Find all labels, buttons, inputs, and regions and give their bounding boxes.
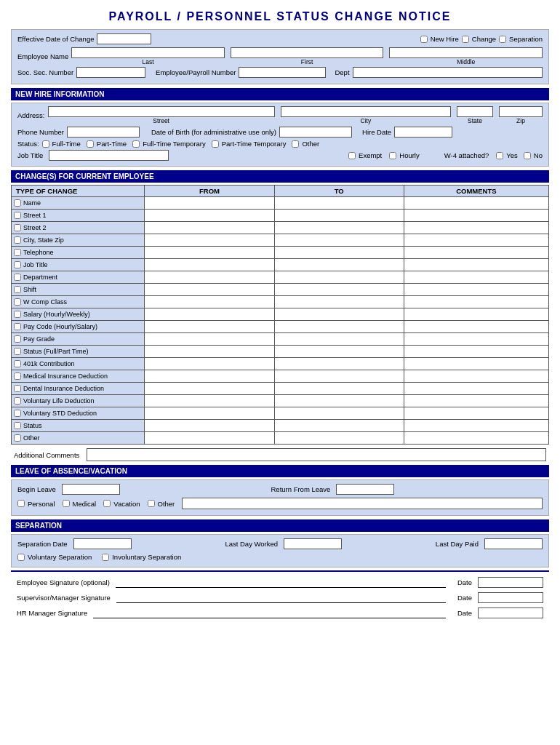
change-row-checkbox-3[interactable] (14, 236, 21, 244)
change-to-input-11[interactable] (277, 334, 401, 344)
change-row-checkbox-15[interactable] (14, 385, 21, 392)
change-comments-input-8[interactable] (407, 297, 546, 307)
change-from-input-17[interactable] (147, 408, 271, 418)
change-to-input-5[interactable] (277, 260, 401, 270)
change-to-input-13[interactable] (277, 359, 401, 369)
hr-date-input[interactable] (478, 607, 543, 618)
vacation-checkbox[interactable] (103, 500, 111, 507)
change-row-checkbox-10[interactable] (14, 323, 21, 330)
change-to-input-14[interactable] (277, 371, 401, 381)
separation-date-input[interactable] (73, 538, 132, 549)
last-day-worked-input[interactable] (284, 538, 342, 549)
zip-input[interactable] (499, 106, 543, 117)
change-from-input-16[interactable] (147, 396, 271, 406)
part-time-temp-checkbox[interactable] (212, 140, 219, 148)
change-comments-input-1[interactable] (407, 210, 546, 220)
leave-other-input[interactable] (182, 498, 543, 509)
change-from-input-9[interactable] (147, 309, 271, 319)
change-row-checkbox-6[interactable] (14, 274, 21, 281)
medical-leave-checkbox[interactable] (63, 500, 70, 507)
change-from-input-19[interactable] (147, 433, 271, 443)
change-row-checkbox-2[interactable] (14, 224, 21, 231)
city-input[interactable] (281, 106, 451, 117)
change-to-input-2[interactable] (277, 223, 401, 233)
change-from-input-6[interactable] (147, 272, 271, 282)
change-row-checkbox-9[interactable] (14, 311, 21, 318)
change-comments-input-2[interactable] (407, 223, 546, 233)
employee-last-input[interactable] (71, 47, 225, 58)
change-from-input-3[interactable] (147, 235, 271, 245)
change-from-input-2[interactable] (147, 223, 271, 233)
change-to-input-15[interactable] (277, 383, 401, 394)
w4-no-checkbox[interactable] (524, 152, 531, 159)
change-row-checkbox-19[interactable] (14, 434, 21, 442)
change-to-input-19[interactable] (277, 433, 401, 443)
change-row-checkbox-16[interactable] (14, 397, 21, 405)
change-from-input-12[interactable] (147, 346, 271, 356)
change-comments-input-14[interactable] (407, 371, 546, 381)
change-comments-input-19[interactable] (407, 433, 546, 443)
hourly-checkbox[interactable] (389, 152, 396, 159)
additional-comments-input[interactable] (87, 448, 546, 461)
change-from-input-1[interactable] (147, 210, 271, 220)
other-leave-checkbox[interactable] (148, 500, 155, 507)
return-leave-input[interactable] (336, 484, 394, 495)
change-row-checkbox-7[interactable] (14, 286, 21, 293)
change-from-input-14[interactable] (147, 371, 271, 381)
dept-input[interactable] (353, 67, 543, 78)
change-from-input-10[interactable] (147, 322, 271, 332)
change-from-input-8[interactable] (147, 297, 271, 307)
change-to-input-0[interactable] (277, 198, 401, 208)
effective-date-input[interactable] (97, 33, 151, 44)
change-to-input-17[interactable] (277, 408, 401, 418)
change-row-checkbox-5[interactable] (14, 261, 21, 268)
change-row-checkbox-8[interactable] (14, 298, 21, 306)
change-comments-input-18[interactable] (407, 421, 546, 431)
begin-leave-input[interactable] (62, 484, 120, 495)
change-row-checkbox-11[interactable] (14, 335, 21, 343)
change-comments-input-3[interactable] (407, 235, 546, 245)
change-to-input-8[interactable] (277, 297, 401, 307)
change-to-input-10[interactable] (277, 322, 401, 332)
change-to-input-4[interactable] (277, 247, 401, 258)
involuntary-sep-checkbox[interactable] (102, 554, 109, 561)
employee-middle-input[interactable] (389, 47, 543, 58)
change-comments-input-9[interactable] (407, 309, 546, 319)
change-comments-input-17[interactable] (407, 408, 546, 418)
dob-input[interactable] (279, 127, 352, 138)
change-from-input-0[interactable] (147, 198, 271, 208)
supervisor-date-input[interactable] (478, 592, 543, 603)
soc-sec-input[interactable] (76, 67, 145, 78)
other-status-checkbox[interactable] (292, 140, 299, 148)
change-row-checkbox-14[interactable] (14, 372, 21, 380)
change-comments-input-10[interactable] (407, 322, 546, 332)
change-comments-input-11[interactable] (407, 334, 546, 344)
full-time-checkbox[interactable] (42, 140, 49, 148)
change-comments-input-4[interactable] (407, 247, 546, 258)
change-comments-input-0[interactable] (407, 198, 546, 208)
full-time-temp-checkbox[interactable] (132, 140, 140, 148)
change-row-checkbox-1[interactable] (14, 212, 21, 219)
change-from-input-18[interactable] (147, 421, 271, 431)
emp-payroll-input[interactable] (239, 67, 326, 78)
change-from-input-15[interactable] (147, 383, 271, 394)
street-input[interactable] (48, 106, 275, 117)
change-comments-input-6[interactable] (407, 272, 546, 282)
change-to-input-9[interactable] (277, 309, 401, 319)
change-to-input-16[interactable] (277, 396, 401, 406)
change-comments-input-13[interactable] (407, 359, 546, 369)
change-comments-input-5[interactable] (407, 260, 546, 270)
change-to-input-18[interactable] (277, 421, 401, 431)
change-from-input-7[interactable] (147, 284, 271, 295)
phone-input[interactable] (67, 127, 140, 138)
change-from-input-4[interactable] (147, 247, 271, 258)
w4-yes-checkbox[interactable] (496, 152, 503, 159)
hire-date-input[interactable] (394, 127, 452, 138)
voluntary-sep-checkbox[interactable] (17, 554, 25, 561)
change-row-checkbox-17[interactable] (14, 410, 21, 417)
last-day-paid-input[interactable] (484, 538, 543, 549)
employee-first-input[interactable] (231, 47, 384, 58)
change-to-input-12[interactable] (277, 346, 401, 356)
change-row-checkbox-0[interactable] (14, 199, 21, 207)
change-comments-input-7[interactable] (407, 284, 546, 295)
